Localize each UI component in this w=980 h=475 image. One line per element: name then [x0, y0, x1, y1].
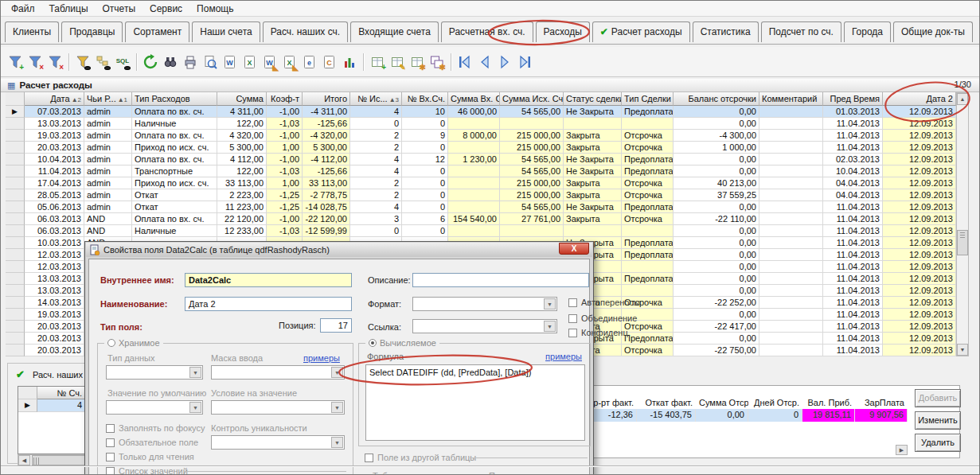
nav-prev-icon[interactable] [475, 53, 494, 72]
row-indicator[interactable] [6, 213, 25, 225]
cell-comment[interactable] [759, 225, 823, 237]
fill-on-focus-checkbox[interactable]: Заполнять по фокусу [106, 423, 205, 433]
cell-data2[interactable]: 12.09.2013 [883, 249, 956, 261]
cell-pred-vremya[interactable]: 11.04.2013 [823, 285, 883, 297]
cell-tip-rashodov[interactable]: Откат [132, 201, 217, 213]
cell-data2[interactable]: 12.09.2013 [883, 261, 956, 273]
cell-n-vh[interactable]: 0 [402, 165, 448, 177]
save-word-icon[interactable]: W◣ [260, 53, 279, 72]
cell-data[interactable]: 14.03.2013 [25, 297, 84, 309]
row-indicator[interactable] [6, 118, 25, 130]
grid-settings-icon[interactable]: ✱ [408, 53, 427, 72]
row-indicator[interactable] [6, 261, 25, 273]
cell-chei[interactable]: admin [84, 165, 132, 177]
cell-summa-ish[interactable]: 54 565,00 [500, 106, 564, 118]
filter-eye-icon[interactable] [73, 53, 92, 72]
cell-summa-vh[interactable]: 8 000,00 [448, 130, 500, 142]
column-header-summa-ish[interactable]: Сумма Исх. Сч. [500, 92, 564, 106]
cell-koeft[interactable]: -1,03 [267, 118, 303, 130]
cell-comment[interactable] [759, 273, 823, 285]
cell-balans[interactable]: 0,00 [674, 333, 759, 345]
cell-data2[interactable]: 12.09.2013 [883, 154, 956, 165]
menu-item-Сервис[interactable]: Сервис [143, 2, 189, 16]
format-combo[interactable]: ▼ [412, 297, 557, 311]
cell-koeft[interactable]: -1,00 [267, 154, 303, 165]
cell-tip-sdelki[interactable]: Отсрочка [622, 189, 674, 201]
cell-balans[interactable]: 0,00 [674, 273, 759, 285]
required-checkbox[interactable]: Обязательное поле [106, 438, 198, 447]
cell-balans[interactable]: -22 110,00 [674, 213, 759, 225]
column-header-account-number[interactable]: № Сч. [37, 387, 85, 399]
nav-next-icon[interactable] [495, 53, 514, 72]
row-indicator[interactable] [6, 225, 25, 237]
cell-pred-vremya[interactable]: 11.04.2013 [823, 201, 883, 213]
cell-data2[interactable]: 12.09.2013 [883, 237, 956, 249]
cell-data[interactable]: 13.03.2013 [25, 273, 84, 285]
close-icon[interactable]: X [559, 243, 589, 255]
column-header-n-vh[interactable]: № Вх.Сч. [402, 92, 448, 106]
row-indicator[interactable] [6, 345, 25, 356]
cell-data[interactable]: 17.04.2013 [25, 177, 84, 189]
cell-data2[interactable]: 12.09.2013 [883, 201, 956, 213]
cell-pred-vremya[interactable]: 01.03.2013 [823, 106, 883, 118]
cell-comment[interactable] [759, 165, 823, 177]
cell-comment[interactable] [759, 249, 823, 261]
print-icon[interactable] [181, 53, 200, 72]
cell-data[interactable]: 28.05.2013 [25, 189, 84, 201]
cell-koeft[interactable]: -1,03 [267, 165, 303, 177]
menu-item-Отчеты[interactable]: Отчеты [96, 2, 143, 16]
cell-pred-vremya[interactable]: 11.04.2013 [823, 321, 883, 333]
cell-pred-vremya[interactable]: 04.04.2013 [823, 177, 883, 189]
cell-pred-vremya[interactable]: 11.04.2013 [823, 309, 883, 321]
cell-n-is[interactable]: 4 [350, 201, 402, 213]
cell-data2[interactable]: 12.09.2013 [883, 285, 956, 297]
cell-tip-rashodov[interactable]: Оплата по вх. сч. [132, 154, 217, 165]
clear-filter-icon[interactable]: × [45, 53, 64, 72]
cell-balans[interactable]: -4 300,00 [674, 130, 759, 142]
cell-itogo[interactable]: -14 028,75 [303, 201, 350, 213]
tab-Входящие счета[interactable]: Входящие счета [350, 21, 439, 42]
cell-n-is[interactable]: 4 [350, 106, 402, 118]
cell-koeft[interactable]: -1,03 [267, 225, 303, 237]
cell-comment[interactable] [759, 285, 823, 297]
cell-balans[interactable]: 0,00 [674, 106, 759, 118]
cell-pred-vremya[interactable]: 11.04.2013 [823, 213, 883, 225]
cell-tip-sdelki[interactable]: Отсрочка [622, 142, 674, 154]
cell-tip-rashodov[interactable]: Откат [132, 189, 217, 201]
cell-summa-ish[interactable] [500, 225, 564, 237]
cell-data[interactable]: 19.03.2013 [25, 130, 84, 142]
description-field[interactable] [412, 273, 589, 287]
cell-tip-sdelki[interactable] [622, 225, 674, 237]
cell-summa[interactable]: 22 120,00 [217, 213, 267, 225]
table-row[interactable]: 28.05.2013adminОткат2 223,00-1,25-2 778,… [6, 189, 956, 201]
row-indicator[interactable] [6, 142, 25, 154]
cell-data2[interactable]: 12.09.2013 [883, 297, 956, 309]
totals-value-summa-otsr[interactable]: 0,00 [696, 409, 748, 422]
cell-status[interactable]: Закрыта [564, 213, 622, 225]
cell-comment[interactable] [759, 345, 823, 356]
cell-data[interactable]: 20.03.2013 [25, 345, 84, 356]
cell-itogo[interactable]: 33 113,00 [303, 177, 350, 189]
cell-balans[interactable]: 0,00 [674, 201, 759, 213]
cell-summa[interactable]: 4 112,00 [217, 154, 267, 165]
nav-first-icon[interactable] [455, 53, 474, 72]
cell-tip-rashodov[interactable]: Приход по исх. сч. [132, 142, 217, 154]
totals-value-zarplata[interactable]: 9 907,56 [855, 409, 908, 422]
export-csv-icon[interactable]: C [320, 53, 339, 72]
cell-data[interactable]: 12.03.2013 [25, 261, 84, 273]
cell-comment[interactable] [759, 118, 823, 130]
cell-data[interactable]: 10.04.2013 [25, 154, 84, 165]
cell-pred-vremya[interactable]: 11.04.2013 [823, 261, 883, 273]
row-indicator[interactable] [6, 130, 25, 142]
cell-status[interactable]: Закрыта [564, 130, 622, 142]
cell-data2[interactable]: 12.09.2013 [883, 273, 956, 285]
scroll-down-icon[interactable]: ▼ [957, 344, 968, 356]
totals-value-dnei-otsr[interactable]: 0 [748, 409, 802, 422]
cell-summa-vh[interactable] [448, 177, 500, 189]
cell-tip-sdelki[interactable] [622, 285, 674, 297]
cell-data2[interactable]: 12.09.2013 [883, 309, 956, 321]
cell-chei[interactable]: admin [84, 201, 132, 213]
cell-pred-vremya[interactable]: 11.04.2013 [823, 237, 883, 249]
table-row[interactable]: 06.03.2013ANDОплата по вх. сч.22 120,00-… [6, 213, 956, 225]
cell-chei[interactable]: admin [84, 189, 132, 201]
